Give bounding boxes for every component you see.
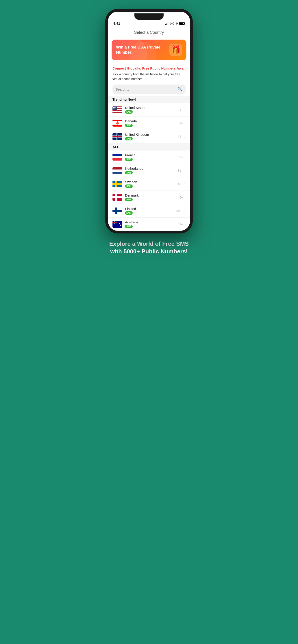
chevron-icon: › [184, 222, 186, 226]
sms-badge: SMS [125, 124, 133, 127]
country-info: Netherlands SMS [125, 166, 178, 174]
flag-denmark [112, 194, 122, 201]
country-count: 358+ [176, 209, 183, 213]
sms-badge: SMS [125, 225, 133, 228]
country-count: 31+ [178, 169, 183, 172]
flag-finland [112, 208, 122, 214]
phone-screen: 9:41 ) [108, 12, 190, 231]
list-item[interactable]: 🍁 Canada SMS 1+ › [108, 116, 190, 130]
list-item[interactable]: Finland SMS 358+ › [108, 204, 190, 218]
status-time: 9:41 [113, 22, 120, 25]
country-info: United States SMS [125, 106, 180, 114]
country-count: 45+ [178, 196, 183, 199]
notch-area [108, 12, 190, 20]
header: ← Select a Country [108, 26, 190, 40]
notch-pill [134, 14, 164, 20]
list-item[interactable]: ★ ★ ★ Australia SMS 61+ › [108, 218, 190, 231]
content-section: Connect Globally: Free Public Numbers Aw… [108, 63, 190, 94]
country-count: 61+ [178, 222, 183, 226]
page-title: Select a Country [120, 30, 178, 35]
trending-list: ★★★★★★ United States SMS 1+ › 🍁 [108, 103, 190, 143]
back-arrow-icon: ← [114, 30, 118, 35]
country-info: Canada SMS [125, 119, 180, 127]
country-count: 33+ [178, 156, 183, 159]
sms-badge: SMS [125, 110, 133, 114]
trending-header: Trending Now! [108, 96, 190, 103]
country-info: France SMS [125, 153, 178, 161]
gift-icon: 🎁 [169, 44, 182, 56]
promo-text: Win a Free USA Private Number! [116, 45, 165, 55]
flag-canada: 🍁 [112, 120, 122, 126]
sms-badge: SMS [125, 171, 133, 174]
status-icons: ) [165, 22, 185, 25]
flag-uk [112, 133, 122, 140]
country-info: United Kingdom SMS [125, 132, 178, 140]
country-name: Denmark [125, 194, 178, 197]
search-input[interactable] [116, 88, 178, 91]
sms-badge: SMS [125, 211, 133, 215]
list-item[interactable]: Netherlands SMS 31+ › [108, 164, 190, 177]
back-button[interactable]: ← [112, 29, 120, 36]
chevron-icon: › [184, 108, 186, 112]
country-count: 46+ [178, 182, 183, 186]
chevron-icon: › [184, 209, 186, 213]
country-info: Sweden SMS [125, 180, 178, 188]
country-name: Netherlands [125, 166, 178, 170]
phone-frame: 9:41 ) [105, 9, 193, 234]
chevron-icon: › [184, 134, 186, 139]
flag-sweden [112, 181, 122, 188]
country-info: Australia SMS [125, 220, 178, 228]
battery-icon [179, 22, 185, 25]
list-item[interactable]: United Kingdom SMS 44+ › [108, 130, 190, 143]
chevron-icon: › [184, 168, 186, 173]
page-wrapper: 9:41 ) [93, 9, 205, 255]
signal-icon [165, 22, 169, 25]
flag-usa: ★★★★★★ [112, 106, 122, 113]
search-icon: 🔍 [178, 87, 182, 92]
list-item[interactable]: Sweden SMS 46+ › [108, 177, 190, 191]
flag-netherlands [112, 167, 122, 174]
list-item[interactable]: ★★★★★★ United States SMS 1+ › [108, 103, 190, 116]
list-item[interactable]: France SMS 33+ › [108, 150, 190, 164]
country-count: 44+ [178, 135, 183, 138]
country-name: France [125, 153, 178, 157]
country-count: 1+ [180, 108, 183, 112]
country-name: Finland [125, 207, 176, 211]
status-bar: 9:41 ) [108, 20, 190, 26]
country-name: United Kingdom [125, 132, 178, 136]
chevron-icon: › [184, 182, 186, 186]
promo-banner[interactable]: Win a Free USA Private Number! 🎁 [112, 40, 186, 60]
section-desc: Pick a country from the list below to ge… [112, 72, 186, 82]
flag-france [112, 154, 122, 160]
chevron-icon: › [184, 155, 186, 159]
all-header: ALL [108, 143, 190, 150]
country-info: Finland SMS [125, 207, 176, 215]
wifi-icon: ) [170, 22, 174, 25]
sms-badge: SMS [125, 198, 133, 201]
footer-text: Explore a World of Free SMS with 5000+ P… [104, 240, 194, 255]
sms-badge: SMS [125, 137, 133, 140]
flag-australia: ★ ★ ★ [112, 221, 122, 228]
country-info: Denmark SMS [125, 194, 178, 201]
chevron-icon: › [184, 121, 186, 125]
country-count: 1+ [180, 122, 183, 125]
country-name: Sweden [125, 180, 178, 184]
country-name: Canada [125, 119, 180, 123]
country-name: Australia [125, 220, 178, 224]
section-heading: Connect Globally: Free Public Numbers Aw… [112, 66, 186, 70]
chevron-icon: › [184, 196, 186, 200]
country-name: United States [125, 106, 180, 110]
list-item[interactable]: Denmark SMS 45+ › [108, 191, 190, 204]
search-bar[interactable]: 🔍 [112, 84, 186, 94]
sms-badge: SMS [125, 184, 133, 188]
all-list: France SMS 33+ › Netherlands SMS [108, 150, 190, 231]
sms-badge: SMS [125, 158, 133, 161]
wifi-symbol [175, 22, 178, 25]
